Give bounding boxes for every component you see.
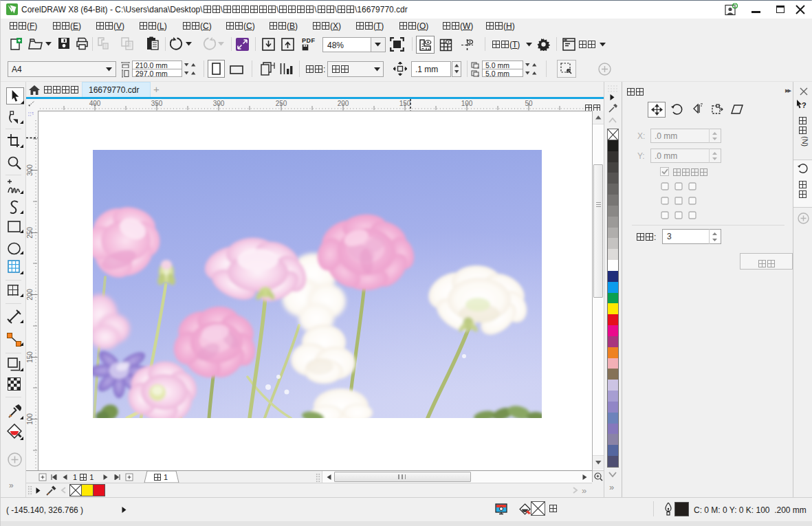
svg-text:300: 300	[26, 164, 34, 175]
svg-text:200: 200	[26, 288, 34, 300]
svg-text:?: ?	[802, 101, 806, 109]
svg-text:150: 150	[399, 100, 411, 107]
svg-text:200: 200	[338, 100, 349, 107]
svg-text:400: 400	[89, 100, 101, 107]
svg-text:350: 350	[151, 100, 163, 107]
svg-text:100: 100	[26, 413, 34, 424]
svg-text:300: 300	[213, 100, 225, 107]
svg-text:250: 250	[276, 100, 287, 107]
svg-text:250: 250	[26, 226, 34, 238]
svg-text:100: 100	[461, 100, 473, 107]
svg-text:50: 50	[525, 100, 533, 107]
svg-text:x: x	[477, 65, 479, 69]
svg-text:150: 150	[26, 351, 34, 362]
svg-text:y: y	[477, 74, 479, 78]
